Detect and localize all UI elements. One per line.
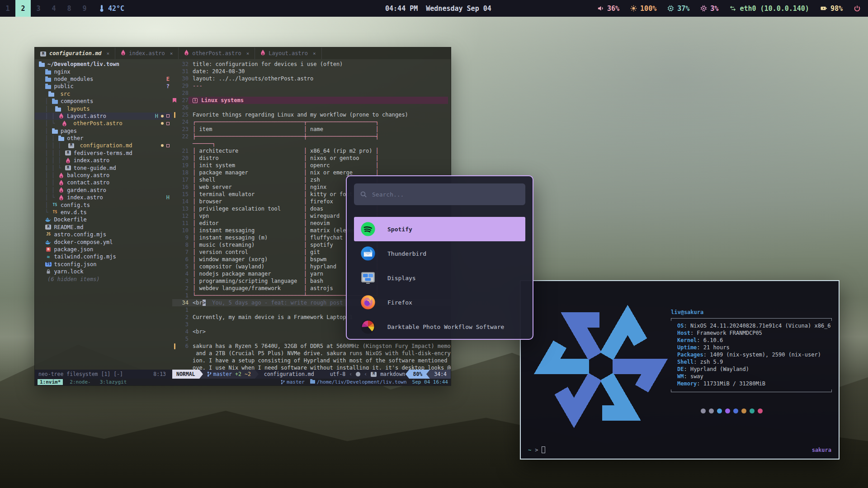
tree-item-astro.config.mjs[interactable]: JSastro.config.mjs [35, 231, 172, 238]
tree-item-package.json[interactable]: npackage.json [35, 246, 172, 253]
launcher-app-label: Firefox [387, 299, 412, 306]
tree-item-layout.astro[interactable]: │ │ Layout.astroH [35, 113, 172, 120]
volume-value: 36% [607, 5, 619, 13]
launcher-app-firefox[interactable]: Firefox [354, 290, 525, 314]
tree-item--development-liv.town[interactable]: ~/Development/liv.town [35, 61, 172, 68]
neo-tree-panel[interactable]: ~/Development/liv.town nginx node_module… [35, 59, 172, 370]
tree-item-configuration.md[interactable]: │ │ │ Mconfiguration.md [35, 142, 172, 149]
tree-item-otherpost.astro[interactable]: │ └ otherPost.astro [35, 120, 172, 127]
fetch-title: liv@sakura [671, 309, 832, 315]
thermometer-icon [99, 5, 105, 12]
tree-item-docker-compose.yml[interactable]: docker-compose.yml [35, 238, 172, 245]
tree-item-marks [161, 122, 170, 125]
tree-item-yarn.lock[interactable]: yarn.lock [35, 268, 172, 275]
astro-icon [58, 180, 65, 186]
launcher-app-darktable[interactable]: Darktable Photo Workflow Software [354, 314, 525, 339]
tree-item-pages[interactable]: │ pages [35, 127, 172, 135]
fastfetch-terminal[interactable]: liv@sakura OS: NixOS 24.11.20240828.71e9… [520, 280, 840, 460]
tab-close-icon[interactable]: × [313, 51, 316, 56]
network-value: eth0 (10.0.0.140) [740, 5, 809, 13]
sun-icon [630, 5, 637, 12]
workspace-button-3[interactable]: 3 [31, 0, 46, 17]
tree-item-tsconfig.json[interactable]: TStsconfig.json [35, 261, 172, 268]
workspace-button-8[interactable]: 8 [61, 0, 77, 17]
tmux-git-branch: master [281, 379, 305, 385]
tree-item--6-hidden-items-[interactable]: (6 hidden items) [35, 275, 172, 282]
separator [406, 370, 409, 379]
tree-item-tone-guide.md[interactable]: │ │ └ Mtone-guide.md [35, 164, 172, 171]
tab-index.astro[interactable]: index.astro× [115, 47, 179, 59]
nixos-logo [531, 292, 671, 442]
tab-close-icon[interactable]: × [170, 51, 173, 56]
workspace-button-2[interactable]: 2 [15, 0, 31, 17]
launcher-app-displays[interactable]: Displays [354, 266, 525, 290]
tree-item-layouts[interactable]: │ layouts [35, 105, 172, 112]
tree-item-label: yarn.lock [54, 268, 83, 275]
tab-layout.astro[interactable]: Layout.astro× [255, 47, 321, 59]
branch-icon [281, 380, 285, 385]
tree-item-readme.md[interactable]: MREADME.md [35, 224, 172, 231]
search-input[interactable] [372, 191, 519, 198]
power-module[interactable] [854, 5, 861, 12]
tab-configuration.md[interactable]: Mconfiguration.md× [35, 47, 115, 59]
tree-item-nginx[interactable]: nginx [35, 68, 172, 75]
network-icon [729, 5, 736, 12]
tree-item-dockerfile[interactable]: Dockerfile [35, 216, 172, 223]
tree-item-contact.astro[interactable]: │ │ contact.astro [35, 179, 172, 186]
tab-close-icon[interactable]: × [107, 51, 110, 56]
tree-item-node-modules[interactable]: node_modulesE [35, 75, 172, 83]
os-icon [356, 372, 360, 376]
tab-label: index.astro [129, 50, 165, 56]
folder-open-icon [55, 106, 61, 112]
editor-line: 24┌─────────────────────────────────┬───… [172, 118, 451, 126]
tree-item-label: index.astro [67, 194, 103, 201]
fetch-row-wm: WM: sway [677, 373, 832, 380]
tmux-window-2-node-[interactable]: 2:node- [67, 379, 93, 385]
chevron-left-icon: ‹ [349, 371, 352, 377]
markdown-icon: M [371, 372, 377, 377]
palette-dot [701, 408, 706, 413]
tree-item-fediverse-terms.md[interactable]: │ │ │ Mfediverse-terms.md [35, 150, 172, 157]
tab-otherpost.astro[interactable]: otherPost.astro× [179, 47, 255, 59]
fetch-row-memory: Memory: 11731MiB / 31280MiB [677, 380, 832, 388]
statusline: neo-tree filesystem [1] [-] 8:13 NORMAL … [35, 370, 451, 379]
tree-item-balcony.astro[interactable]: │ │ balcony.astro [35, 172, 172, 179]
fetch-info: liv@sakura OS: NixOS 24.11.20240828.71e9… [671, 309, 832, 392]
tmux-clock: Sep 04 16:44 [412, 379, 448, 385]
tree-item-label: pages [61, 128, 77, 134]
tmux-window-1-nvim-[interactable]: 1:nvim* [38, 379, 63, 385]
tmux-right: master /home/liv/Development/liv.town Se… [281, 379, 448, 385]
firefox-icon [360, 295, 376, 310]
folder-icon [45, 69, 52, 75]
tree-item-src[interactable]: src [35, 90, 172, 98]
workspace-button-9[interactable]: 9 [77, 0, 92, 17]
clock-date: Wednesday Sep 04 [426, 5, 491, 13]
lualine: NORMAL master +2 ~2 configuration.md utf… [172, 370, 451, 379]
tmux-window-3-lazygit[interactable]: 3:lazygit [98, 379, 129, 385]
tree-item-label: (6 hidden items) [47, 276, 100, 282]
tree-item-garden.astro[interactable]: │ │ garden.astro [35, 187, 172, 194]
gpu-value: 3% [710, 5, 718, 13]
tree-item-config.ts[interactable]: │ TSconfig.ts [35, 201, 172, 208]
launcher-app-thunderbird[interactable]: Thunderbird [354, 241, 525, 266]
docker-icon [45, 240, 52, 244]
tree-item-components[interactable]: │ components [35, 98, 172, 105]
tree-item-label: docker-compose.yml [54, 239, 113, 245]
fetch-row-kernel: Kernel: 6.10.6 [677, 337, 832, 344]
cpu-module: 37% [667, 5, 689, 13]
launcher-search[interactable] [354, 183, 525, 205]
workspace-button-1[interactable]: 1 [0, 0, 15, 17]
shell-prompt[interactable]: ~ > [528, 446, 545, 453]
tab-close-icon[interactable]: × [246, 51, 250, 56]
tree-item-public[interactable]: public? [35, 83, 172, 90]
launcher-app-label: Darktable Photo Workflow Software [387, 324, 504, 330]
tree-item-other[interactable]: │ │ other [35, 135, 172, 142]
workspace-button-4[interactable]: 4 [46, 0, 61, 17]
tree-item-label: tsconfig.json [54, 261, 96, 267]
tree-item-tailwind.config.mjs[interactable]: ≈tailwind.config.mjs [35, 253, 172, 260]
tree-item-index.astro[interactable]: │ └ index.astroH [35, 194, 172, 201]
tree-item-index.astro[interactable]: │ │ │ index.astro [35, 157, 172, 164]
tree-item-env.d.ts[interactable]: └ TSenv.d.ts [35, 209, 172, 216]
launcher-app-spotify[interactable]: Spotify [354, 217, 525, 241]
displays-icon [360, 270, 376, 286]
